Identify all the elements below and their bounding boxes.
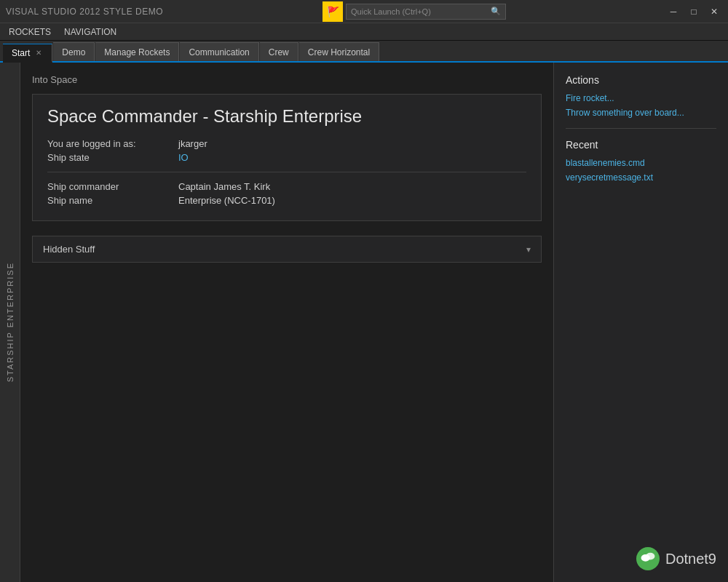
hidden-section-header[interactable]: Hidden Stuff ▾ xyxy=(33,236,541,262)
brand-logo-svg xyxy=(640,551,656,567)
ship-name-label: Ship name xyxy=(47,195,178,206)
tab-demo[interactable]: Demo xyxy=(53,42,95,61)
throw-overboard-link[interactable]: Throw something over board... xyxy=(566,108,716,118)
info-grid: You are logged in as: jkarger Ship state… xyxy=(47,138,526,206)
tab-manage-rockets-label: Manage Rockets xyxy=(104,47,170,57)
flag-icon: 🚩 xyxy=(323,1,343,22)
brand-icon xyxy=(636,547,660,570)
logged-in-label: You are logged in as: xyxy=(47,138,178,149)
chevron-down-icon: ▾ xyxy=(526,244,531,255)
hidden-section-label: Hidden Stuff xyxy=(43,244,95,255)
tab-manage-rockets[interactable]: Manage Rockets xyxy=(95,42,179,61)
tab-crew-horizontal-label: Crew Horizontal xyxy=(308,47,370,57)
actions-title: Actions xyxy=(566,74,716,86)
brand-text: Dotnet9 xyxy=(665,551,716,567)
tab-crew-label: Crew xyxy=(269,47,289,57)
tab-start-close[interactable]: ✕ xyxy=(34,48,43,57)
hidden-section: Hidden Stuff ▾ xyxy=(32,236,542,263)
tab-communication-label: Communication xyxy=(189,47,249,57)
recent-title: Recent xyxy=(566,139,716,151)
ship-commander-label: Ship commander xyxy=(47,181,178,192)
right-panel: Actions Fire rocket... Throw something o… xyxy=(553,63,728,582)
card-title: Space Commander - Starship Enterprise xyxy=(47,106,526,127)
tab-start[interactable]: Start ✕ xyxy=(3,44,52,63)
title-bar: VISUAL STUDIO 2012 STYLE DEMO 🚩 Quick La… xyxy=(0,0,728,23)
info-card: Space Commander - Starship Enterprise Yo… xyxy=(32,94,542,221)
ship-state-value[interactable]: IO xyxy=(178,152,526,163)
title-bar-controls: ─ □ ✕ xyxy=(665,5,722,18)
tab-crew-horizontal[interactable]: Crew Horizontal xyxy=(299,42,379,61)
fire-rocket-link[interactable]: Fire rocket... xyxy=(566,93,716,103)
search-icon[interactable]: 🔍 xyxy=(491,7,501,16)
tab-communication[interactable]: Communication xyxy=(180,42,258,61)
maximize-button[interactable]: □ xyxy=(686,5,702,18)
tab-start-label: Start xyxy=(12,48,30,58)
title-bar-left: VISUAL STUDIO 2012 STYLE DEMO xyxy=(6,7,163,17)
ship-commander-value: Captain James T. Kirk xyxy=(178,181,526,192)
svg-point-1 xyxy=(646,553,654,560)
blast-enemies-link[interactable]: blastallenemies.cmd xyxy=(566,158,716,168)
section-title: Into Space xyxy=(32,74,542,85)
secret-message-link[interactable]: verysecretmessage.txt xyxy=(566,172,716,183)
tab-demo-label: Demo xyxy=(62,47,85,57)
menu-item-navigation[interactable]: NAVIGATION xyxy=(58,23,122,41)
branding: Dotnet9 xyxy=(636,547,716,570)
logged-in-value: jkarger xyxy=(178,138,526,149)
ship-name-value: Enterprise (NCC-1701) xyxy=(178,195,526,206)
main-layout: Starship ENTERPRISE Into Space Space Com… xyxy=(0,63,728,582)
left-sidebar: Starship ENTERPRISE xyxy=(0,63,20,582)
ship-state-label: Ship state xyxy=(47,152,178,163)
content-area: Into Space Space Commander - Starship En… xyxy=(20,63,553,582)
sidebar-label: Starship ENTERPRISE xyxy=(6,262,15,382)
search-box[interactable]: Quick Launch (Ctrl+Q) 🔍 xyxy=(346,4,506,20)
close-button[interactable]: ✕ xyxy=(706,5,722,18)
search-placeholder: Quick Launch (Ctrl+Q) xyxy=(351,7,488,16)
tab-crew[interactable]: Crew xyxy=(260,42,298,61)
panel-divider xyxy=(566,128,716,129)
title-bar-center: 🚩 Quick Launch (Ctrl+Q) 🔍 xyxy=(163,1,665,22)
menu-bar: ROCKETS NAVIGATION xyxy=(0,23,728,41)
info-divider xyxy=(47,172,526,172)
menu-item-rockets[interactable]: ROCKETS xyxy=(3,23,57,41)
minimize-button[interactable]: ─ xyxy=(665,5,681,18)
app-title: VISUAL STUDIO 2012 STYLE DEMO xyxy=(6,7,163,17)
tab-bar: Start ✕ Demo Manage Rockets Communicatio… xyxy=(0,41,728,63)
